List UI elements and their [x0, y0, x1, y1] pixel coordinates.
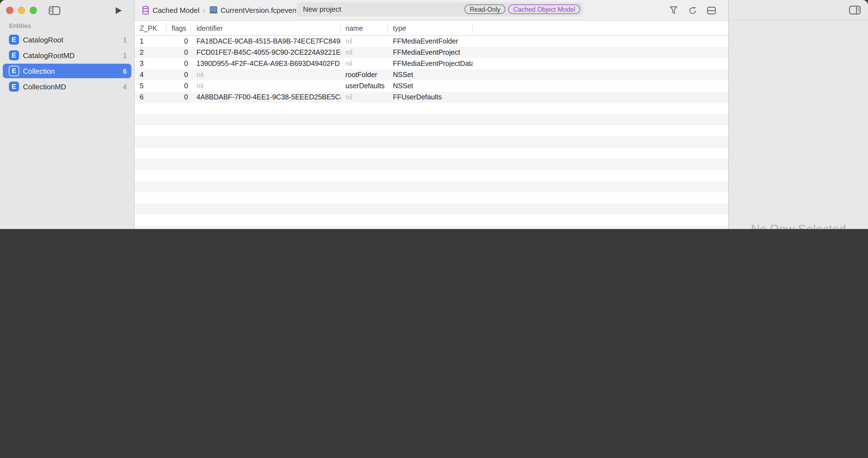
refresh-icon [688, 6, 697, 15]
sidebar-item-count: 1 [123, 35, 127, 44]
entity-badge: E [9, 35, 19, 45]
sidebar-item-collection[interactable]: E Collection 6 [3, 64, 131, 78]
column-header-empty [473, 21, 728, 35]
sidebar-item-collectionmd[interactable]: E CollectionMD 4 [3, 79, 131, 94]
project-field[interactable]: New project Read-Only Cached Object Mode… [297, 2, 583, 16]
play-icon [115, 6, 122, 14]
cell-z-pk: 3 [135, 60, 166, 68]
cell-name: nil [341, 60, 388, 68]
file-device-icon [209, 6, 218, 14]
table-body: 1 0 FA18DACE-9CAB-4515-BA9B-74ECE7FC849B… [135, 36, 728, 229]
table-row-empty [135, 136, 728, 148]
cell-identifier: nil [191, 71, 341, 79]
sidebar-item-label: CatalogRoot [23, 35, 123, 44]
read-only-badge: Read-Only [465, 4, 505, 14]
sidebar-item-catalogroot[interactable]: E CatalogRoot 1 [3, 32, 131, 47]
table-row-empty [135, 226, 728, 229]
column-header-type[interactable]: type [388, 21, 473, 35]
entities-section-title: Entities [9, 22, 31, 29]
sidebar-item-label: CatalogRootMD [23, 51, 123, 60]
funnel-icon [670, 6, 677, 14]
cell-identifier: nil [191, 82, 341, 90]
entity-list: E CatalogRoot 1 E CatalogRootMD 1 E Coll… [3, 32, 131, 94]
table-row[interactable]: 2 0 FCD01FE7-B45C-4055-9C90-2CE224A9221E… [135, 47, 728, 58]
cell-z-pk: 1 [135, 37, 166, 45]
table-header: Z_PK flags identifier name type [135, 21, 728, 36]
cell-name: rootFolder [341, 71, 388, 79]
cell-flags: 0 [166, 93, 191, 101]
table-row-empty [135, 192, 728, 203]
cell-flags: 0 [166, 48, 191, 57]
cell-identifier: FA18DACE-9CAB-4515-BA9B-74ECE7FC849B [191, 37, 341, 45]
entity-badge: E [9, 66, 19, 76]
cell-type: NSSet [388, 71, 473, 79]
table-row[interactable]: 1 0 FA18DACE-9CAB-4515-BA9B-74ECE7FC849B… [135, 36, 728, 47]
cell-flags: 0 [166, 60, 191, 68]
cell-type: FFMediaEventProjectData [388, 60, 473, 68]
refresh-button[interactable] [688, 6, 697, 15]
breadcrumb-separator: › [203, 6, 206, 14]
cell-name: userDefaults [341, 82, 388, 90]
toolbar: Cached Model › CurrentVersion.fcpevent N… [135, 0, 728, 21]
main-content: Cached Model › CurrentVersion.fcpevent N… [135, 0, 728, 229]
sidebar-item-label: CollectionMD [23, 83, 123, 91]
cell-identifier: 4A8BDABF-7F00-4EE1-9C38-5EEED25BE5C4 [191, 93, 341, 101]
cell-flags: 0 [166, 82, 191, 90]
cell-identifier: FCD01FE7-B45C-4055-9C90-2CE224A9221E [191, 48, 341, 57]
split-horizontal-icon [707, 6, 716, 14]
project-name: New project [303, 5, 462, 13]
cell-type: FFUserDefaults [388, 93, 473, 101]
entity-badge: E [9, 50, 19, 60]
table-row-empty [135, 125, 728, 136]
bottom-panel-toggle-button[interactable] [707, 6, 716, 15]
sidebar: Entities E CatalogRoot 1 E CatalogRootMD… [0, 0, 134, 229]
sidebar-item-count: 1 [123, 51, 127, 60]
cell-z-pk: 5 [135, 82, 166, 90]
inspector-toggle-button[interactable] [849, 6, 861, 14]
table-row[interactable]: 3 0 1390D955-4F2F-4CEA-A9E3-B693D49402FD… [135, 58, 728, 69]
inspector-panel: No Row Selected [728, 0, 868, 229]
table-row[interactable]: 5 0 nil userDefaults NSSet [135, 80, 728, 92]
table-row-empty [135, 103, 728, 114]
sidebar-item-catalogrootmd[interactable]: E CatalogRootMD 1 [3, 48, 131, 63]
cell-z-pk: 2 [135, 48, 166, 57]
database-icon [142, 5, 150, 15]
cell-type: NSSet [388, 82, 473, 90]
app-window: Entities E CatalogRoot 1 E CatalogRootMD… [0, 0, 868, 229]
column-header-flags[interactable]: flags [166, 21, 191, 35]
column-header-identifier[interactable]: identifier [191, 21, 341, 35]
breadcrumb-file[interactable]: CurrentVersion.fcpevent [220, 6, 299, 14]
cell-flags: 0 [166, 37, 191, 45]
table-row-empty [135, 181, 728, 192]
column-header-z-pk[interactable]: Z_PK [135, 21, 166, 35]
table-row-empty [135, 114, 728, 125]
cell-type: FFMediaEventProject [388, 48, 473, 57]
cell-name: nil [341, 93, 388, 101]
cell-flags: 0 [166, 71, 191, 79]
entity-badge: E [9, 81, 19, 92]
column-header-name[interactable]: name [341, 21, 388, 35]
right-panel-toggle-icon [849, 6, 861, 14]
filter-rows-button[interactable] [669, 6, 678, 15]
sidebar-toggle-button[interactable] [49, 6, 60, 15]
table-row[interactable]: 6 0 4A8BDABF-7F00-4EE1-9C38-5EEED25BE5C4… [135, 92, 728, 103]
cell-identifier: 1390D955-4F2F-4CEA-A9E3-B693D49402FD [191, 60, 341, 68]
cell-z-pk: 6 [135, 93, 166, 101]
inspector-header [729, 0, 868, 21]
cell-z-pk: 4 [135, 71, 166, 79]
table-row[interactable]: 4 0 nil rootFolder NSSet [135, 69, 728, 80]
close-window-button[interactable] [6, 7, 13, 14]
run-query-button[interactable] [115, 6, 123, 14]
table-row-empty [135, 170, 728, 181]
sidebar-toggle-icon [49, 6, 60, 15]
minimize-window-button[interactable] [18, 7, 25, 14]
cell-name: nil [341, 48, 388, 57]
cell-type: FFMediaEventFolder [388, 37, 473, 45]
breadcrumb-model[interactable]: Cached Model [153, 6, 199, 14]
table-row-empty [135, 148, 728, 159]
zoom-window-button[interactable] [30, 7, 37, 14]
cell-name: nil [341, 37, 388, 45]
table-row-empty [135, 203, 728, 215]
table-row-empty [135, 215, 728, 226]
no-row-selected-message: No Row Selected [729, 222, 868, 229]
